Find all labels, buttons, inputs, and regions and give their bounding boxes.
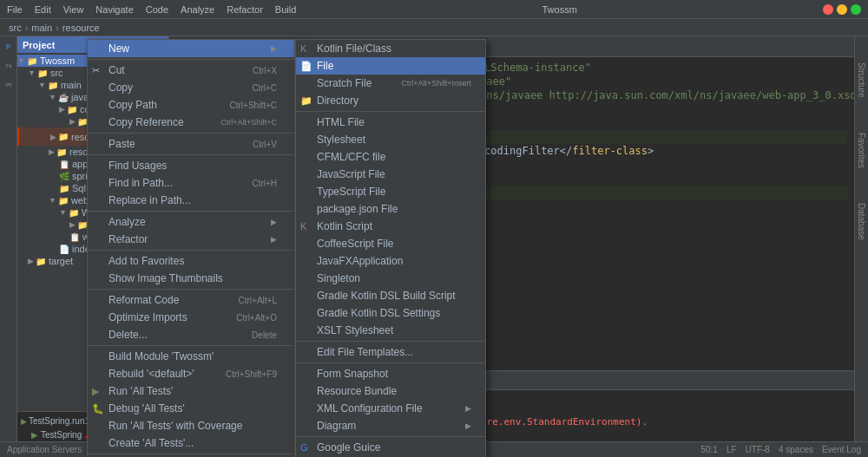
submenu-item-xml-config[interactable]: XML Configuration File ▶ [296, 400, 485, 417]
submenu-sep-4 [296, 436, 485, 437]
expand-arrow: ▶ [69, 117, 76, 126]
window-controls [823, 4, 861, 15]
menu-item-run-tests[interactable]: ▶ Run 'All Tests' [88, 382, 294, 400]
menu-item-create-tests[interactable]: Create 'All Tests'... [88, 434, 294, 452]
menu-item-rebuild[interactable]: Rebuild '<default>' Ctrl+Shift+F9 [88, 365, 294, 382]
breadcrumb-item-src[interactable]: src [9, 23, 22, 33]
breadcrumb-item-resource[interactable]: resource [62, 23, 100, 33]
menu-item-debug-tests[interactable]: 🐛 Debug 'All Tests' [88, 400, 294, 417]
submenu-item-html[interactable]: HTML File [296, 114, 485, 131]
expand-arrow: ▶ [49, 147, 55, 156]
submenu-item-package-json[interactable]: package.json File [296, 200, 485, 218]
breadcrumb-item-main[interactable]: main [31, 23, 52, 33]
menu-item-reformat[interactable]: Reformat Code Ctrl+Alt+L [88, 291, 294, 309]
menu-edit[interactable]: Edit [35, 4, 51, 15]
menu-item-replace-in-path[interactable]: Replace in Path... [88, 192, 294, 209]
menu-analyze[interactable]: Analyze [181, 4, 214, 15]
submenu-item-xslt[interactable]: XSLT Stylesheet [296, 322, 485, 339]
submenu-item-form-snapshot[interactable]: Form Snapshot [296, 365, 485, 382]
kscript-icon: K [300, 221, 306, 232]
menu-refactor[interactable]: Refactor [227, 4, 263, 15]
submenu-item-typescript[interactable]: TypeScript File [296, 183, 485, 200]
project-icon[interactable]: P [2, 40, 16, 54]
app-servers-label[interactable]: Application Servers [7, 445, 82, 454]
right-panel-database[interactable]: Database [857, 203, 866, 240]
spring-file-icon: 🌿 [59, 172, 69, 181]
right-panel-favorites[interactable]: Favorites [857, 133, 866, 168]
menu-item-refactor[interactable]: Refactor ▶ [88, 231, 294, 248]
submenu-sep-2 [296, 341, 485, 342]
submenu-item-coffeescript[interactable]: CoffeeScript File [296, 235, 485, 252]
menu-item-delete[interactable]: Delete... Delete [88, 326, 294, 343]
status-right: 50:1 LF UTF-8 4 spaces Event Log [700, 445, 861, 454]
expand-arrow: ▶ [69, 220, 76, 229]
expand-arrow: ▶ [59, 105, 65, 114]
submenu-item-kotlin-script[interactable]: K Kotlin Script [296, 218, 485, 235]
submenu-new[interactable]: K Kotlin File/Class 📄 File Scratch File … [295, 39, 486, 457]
indent: 4 spaces [779, 445, 813, 454]
submenu-item-kotlin-file[interactable]: K Kotlin File/Class [296, 40, 485, 57]
submenu-item-stylesheet[interactable]: Stylesheet [296, 131, 485, 148]
submenu-item-edit-templates[interactable]: Edit File Templates... [296, 343, 485, 361]
favorites-icon[interactable]: 3 [2, 78, 16, 92]
right-sidebar: Structure Favorites Database [854, 36, 868, 457]
menu-item-find-usages[interactable]: Find Usages [88, 157, 294, 174]
submenu-item-singleton[interactable]: Singleton [296, 270, 485, 287]
menu-item-paste[interactable]: Paste Ctrl+V [88, 135, 294, 153]
menu-item-copy[interactable]: Copy Ctrl+C [88, 79, 294, 96]
menu-item-copy-path[interactable]: Copy Path Ctrl+Shift+C [88, 96, 294, 114]
menu-item-run-coverage[interactable]: Run 'All Tests' with Coverage [88, 417, 294, 434]
expand-arrow: ▶ [28, 257, 34, 265]
submenu-item-directory[interactable]: 📁 Directory [296, 92, 485, 109]
minimize-button[interactable] [837, 4, 847, 15]
submenu-item-diagram[interactable]: Diagram ▶ [296, 417, 485, 434]
cursor-position: 50:1 [700, 445, 717, 454]
submenu-item-guice[interactable]: G Google Guice [296, 439, 485, 456]
submenu-item-cfml[interactable]: CFML/CFC file [296, 148, 485, 166]
menu-build[interactable]: Build [275, 4, 296, 15]
right-panel-structure[interactable]: Structure [857, 62, 866, 98]
menu-item-analyze[interactable]: Analyze ▶ [88, 213, 294, 231]
close-button[interactable] [823, 4, 833, 15]
menu-navigate[interactable]: Navigate [95, 4, 133, 15]
menu-separator-4 [88, 211, 294, 212]
tree-label: target [49, 256, 73, 266]
expand-arrow: ▼ [49, 93, 56, 101]
submenu-item-javafx[interactable]: JavaFXApplication [296, 252, 485, 270]
java-folder-icon: ☕ [58, 93, 69, 102]
project-folder-icon: 📁 [27, 56, 37, 66]
debug-icon: 🐛 [92, 403, 104, 415]
menu-item-build-module[interactable]: Build Module 'Twossm' [88, 348, 294, 365]
expand-arrow: ▼ [28, 69, 36, 77]
expand-arrow: ▼ [49, 196, 56, 205]
menu-file[interactable]: File [7, 4, 23, 15]
resource-folder-icon: 📁 [58, 132, 69, 141]
submenu-item-file[interactable]: 📄 File [296, 57, 485, 75]
submenu-item-gradle-build[interactable]: Gradle Kotlin DSL Build Script [296, 287, 485, 304]
menu-item-new[interactable]: New ▶ [88, 40, 294, 57]
event-log[interactable]: Event Log [822, 445, 861, 454]
maximize-button[interactable] [851, 4, 861, 15]
menu-item-show-images[interactable]: Show Image Thumbnails [88, 270, 294, 287]
tree-label: Twossm [40, 55, 75, 66]
menu-view[interactable]: View [63, 4, 84, 15]
tree-label: src [50, 68, 63, 78]
menu-item-find-in-path[interactable]: Find in Path... Ctrl+H [88, 174, 294, 192]
menu-item-copy-ref[interactable]: Copy Reference Ctrl+Alt+Shift+C [88, 114, 294, 131]
menu-separator-3 [88, 154, 294, 155]
menu-item-optimize-imports[interactable]: Optimize Imports Ctrl+Alt+O [88, 309, 294, 326]
guice-icon: G [300, 442, 308, 453]
menu-separator-1 [88, 59, 294, 60]
menu-item-cut[interactable]: ✂ Cut Ctrl+X [88, 62, 294, 79]
submenu-item-resource-bundle[interactable]: Resource Bundle [296, 382, 485, 400]
kotlin-icon: K [300, 43, 306, 54]
context-menu[interactable]: New ▶ ✂ Cut Ctrl+X Copy Ctrl+C Copy Path… [87, 39, 295, 457]
run-icon: ▶ [21, 417, 27, 426]
project-panel-title: Project [23, 40, 55, 50]
submenu-item-gradle-settings[interactable]: Gradle Kotlin DSL Settings [296, 304, 485, 322]
submenu-item-scratch[interactable]: Scratch File Ctrl+Alt+Shift+Insert [296, 75, 485, 92]
submenu-item-javascript[interactable]: JavaScript File [296, 166, 485, 183]
structure-icon[interactable]: 2 [2, 59, 16, 73]
menu-code[interactable]: Code [146, 4, 168, 15]
menu-item-add-favorites[interactable]: Add to Favorites [88, 252, 294, 270]
